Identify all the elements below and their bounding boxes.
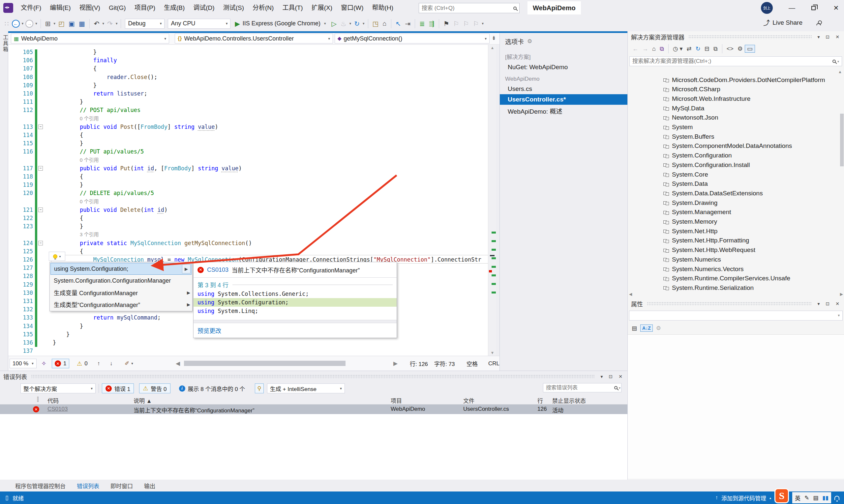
minimize-button[interactable]: — [784,0,800,16]
attach-icon[interactable]: ⌂ [380,20,389,28]
chevron-down-icon[interactable]: ▾ [816,34,822,39]
editor-errors-indicator[interactable]: ✕1 [52,359,69,368]
sync-icon[interactable]: ⇄ [685,45,693,52]
tree-item-reference[interactable]: Microsoft.CodeDom.Providers.DotNetCompil… [628,75,844,85]
project-dropdown[interactable]: ▦ WebApiDemo▾ [11,34,169,43]
pointer-icon[interactable]: ↖ [394,20,403,28]
error-search-input[interactable] [546,385,614,391]
quick-fix-item-3[interactable]: 生成类型“ConfigurationManager”▶ [50,299,192,310]
quick-actions-lightbulb[interactable]: ▾ [49,252,65,261]
menu-item-9[interactable]: 工具(T) [278,0,307,16]
column-header-4[interactable]: 行 [537,396,543,404]
tree-item-reference[interactable]: System.Net.Http [628,226,844,236]
config-combo[interactable]: Debug▾ [125,19,165,29]
menu-item-10[interactable]: 扩展(X) [307,0,337,16]
solution-explorer-search[interactable]: ▾ [630,56,842,66]
tree-horizontal-scrollbar[interactable]: ◀ ▶ [628,291,844,297]
filter-icon[interactable]: ⚲ [255,383,263,393]
tree-item-reference[interactable]: System.Data [628,179,844,189]
fold-marker-icon[interactable]: − [38,166,43,170]
tree-item-reference[interactable]: System [628,123,844,132]
undo-icon[interactable]: ↶ [92,20,102,28]
fold-marker-icon[interactable]: − [38,125,43,129]
errors-toggle[interactable]: ✕错误 1 [102,383,134,393]
solution-explorer-tree[interactable]: Microsoft.CodeDom.Providers.DotNetCompil… [628,68,844,292]
hscroll-right-icon[interactable]: ▶ [391,359,400,368]
navigate-back-icon[interactable]: ← [12,20,20,28]
clear-bookmark-icon[interactable]: ⚐ [471,20,481,28]
prev-issue-icon[interactable]: ↑ [94,359,103,368]
pin-icon[interactable]: ⊡ [824,301,831,306]
drag-handle[interactable]: ∷ [3,20,11,28]
save-icon[interactable]: ▣ [67,20,77,28]
horizontal-scrollbar-thumb[interactable] [184,361,345,366]
fold-marker-icon[interactable]: − [38,208,43,212]
avatar[interactable]: 剑上 [761,2,773,14]
pin-icon[interactable]: ⊡ [824,34,831,39]
run-button[interactable]: ▶IIS Express (Google Chrome)▾ [232,20,329,28]
codelens-references[interactable]: 0 个引用 [53,197,99,206]
error-row[interactable]: ✕CS0103当前上下文中不存在名称“ConfigurationManager”… [0,404,627,414]
intellicode-icon[interactable]: ✧ [38,359,49,368]
quick-fix-item-1[interactable]: System.Configuration.ConfigurationManage… [50,275,192,287]
zoom-dropdown[interactable]: 100 %▾ [10,359,37,368]
open-file-icon[interactable]: ◰ [56,20,67,28]
member-dropdown[interactable]: ⬥ getMySqlConnection()▾ [334,34,489,43]
editor-vertical-scrollbar[interactable]: ▲▼ [488,45,496,356]
tree-item-reference[interactable]: Microsoft.Web.Infrastructure [628,94,844,104]
properties-object-combo[interactable] [629,311,843,321]
forward-icon[interactable]: → [640,46,650,52]
refresh-caret[interactable]: ▾ [362,21,366,26]
class-dropdown[interactable]: {} WebApiDemo.Controllers.UsersControlle… [175,34,333,43]
codelens-references[interactable]: 0 个引用 [53,114,99,123]
menu-item-1[interactable]: 编辑(E) [46,0,75,16]
preview-changes-link[interactable]: 预览更改 [193,323,397,338]
tree-item-reference[interactable]: System.Runtime.Serialization [628,283,844,292]
quick-fix-item-0[interactable]: using System.Configuration;▶ [50,263,192,275]
ime-keyboard-icon[interactable]: ▤ [813,494,818,501]
split-toggle-icon[interactable]: ⇟ [492,35,496,41]
properties-icon[interactable]: ⚙ [736,45,745,52]
warnings-toggle[interactable]: ⚠警告 0 [139,383,170,393]
navigate-forward-icon[interactable]: → [25,20,33,28]
alphabetical-sort-icon[interactable]: A↓Z [640,324,653,332]
back-icon[interactable]: ← [630,46,640,52]
error-list-search[interactable]: ▾ [543,383,621,392]
search-caret-icon[interactable]: ▾ [838,60,839,63]
find-in-files-icon[interactable]: ◳ [371,20,381,28]
tree-item-reference[interactable]: System.Numerics [628,255,844,264]
column-header-2[interactable]: 项目 [391,396,402,404]
tree-item-reference[interactable]: System.Core [628,170,844,179]
overflow-caret[interactable]: ▾ [481,21,485,26]
document-tab[interactable]: NuGet: WebApiDemo [500,62,627,72]
chevron-down-icon[interactable]: ▾ [816,301,822,306]
insert-snippet-icon[interactable]: ⇥ [403,20,412,28]
solution-search-input[interactable] [632,58,832,65]
tree-item-reference[interactable]: System.Configuration [628,151,844,160]
property-pages-icon[interactable]: ⚙ [654,325,663,332]
platform-combo[interactable]: Any CPU▾ [168,19,230,29]
refresh-icon[interactable]: ↻ [694,45,703,52]
hscroll-left-icon[interactable]: ◀ [173,359,183,368]
codelens-references[interactable]: 0 个引用 [53,156,99,164]
hot-reload-icon[interactable]: ♨ [339,20,348,28]
tree-item-reference[interactable]: MySql.Data [628,104,844,113]
menu-item-4[interactable]: 项目(P) [130,0,159,16]
menu-item-7[interactable]: 测试(S) [219,0,248,16]
indent-icon[interactable]: ≣ [417,20,427,28]
live-share[interactable]: ⤴ Live Share [763,18,821,28]
close-icon[interactable]: ✕ [617,374,624,379]
bottom-tab-1[interactable]: 错误列表 [77,482,99,490]
tree-item-reference[interactable]: Microsoft.CSharp [628,85,844,94]
tree-item-reference[interactable]: System.Drawing [628,198,844,208]
tree-item-reference[interactable]: System.Management [628,208,844,217]
new-caret[interactable]: ▾ [53,21,57,26]
bookmark-icon[interactable]: ⚑ [442,20,451,28]
tree-item-reference[interactable]: System.Data.DataSetExtensions [628,188,844,198]
close-button[interactable]: ✕ [828,0,844,16]
back-caret[interactable]: ▾ [21,21,25,26]
code-cleanup-icon[interactable]: ✐▾ [122,359,136,368]
home-icon[interactable]: ⌂ [650,46,658,52]
ime-tools-icon[interactable]: ▮▮ [822,494,828,501]
menu-item-11[interactable]: 窗口(W) [337,0,368,16]
